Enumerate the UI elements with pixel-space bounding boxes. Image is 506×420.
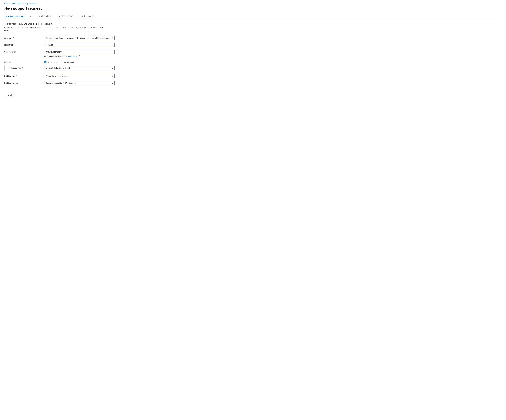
subscription-control: <Your subscription> ⌄ Can't find your su… bbox=[44, 50, 115, 57]
issue-type-select[interactable]: Technical bbox=[44, 43, 115, 47]
ellipsis-menu-button[interactable]: ... bbox=[43, 6, 48, 11]
summary-control: ✓ bbox=[44, 36, 115, 40]
subscription-required: * bbox=[15, 51, 16, 53]
all-services-option[interactable]: All services bbox=[61, 61, 74, 63]
service-control: My services All services bbox=[44, 60, 115, 63]
next-button[interactable]: Next bbox=[4, 93, 15, 97]
tab-problem-description[interactable]: 1. Problem description bbox=[4, 14, 27, 19]
breadcrumb-sep-2: › bbox=[23, 3, 24, 5]
service-label: Service bbox=[4, 60, 42, 63]
problem-type-row: Problem type * Pricing, Billing and Usag… bbox=[4, 74, 115, 78]
service-type-label: Service type * bbox=[4, 66, 42, 71]
subscription-info-icon[interactable]: i bbox=[78, 55, 80, 57]
my-services-option[interactable]: My services bbox=[44, 61, 58, 63]
service-type-required: * bbox=[22, 67, 23, 69]
service-row: Service My services All services bbox=[4, 60, 115, 63]
summary-input[interactable] bbox=[44, 36, 115, 40]
problem-subtype-select[interactable]: Discount request for MDE integration bbox=[44, 81, 115, 85]
service-type-select-wrapper: Microsoft Defender for Cloud ⌄ bbox=[44, 66, 115, 70]
subscription-select-wrapper: <Your subscription> ⌄ bbox=[44, 50, 115, 54]
problem-type-select[interactable]: Pricing, Billing and Usage bbox=[44, 74, 115, 78]
issue-type-row: Issue type * Technical ⌄ bbox=[4, 43, 115, 47]
breadcrumb-sep-3: › bbox=[37, 3, 37, 5]
service-radio-group: My services All services bbox=[44, 60, 115, 63]
show-more-link[interactable]: Show more bbox=[67, 55, 77, 57]
summary-row: Summary * ✓ bbox=[4, 36, 115, 40]
issue-type-select-wrapper: Technical ⌄ bbox=[44, 43, 115, 47]
issue-type-required: * bbox=[13, 44, 14, 46]
section-desc: Provide information about your billing, … bbox=[4, 26, 107, 32]
breadcrumb: Home › Help + support › Help + support › bbox=[4, 3, 502, 5]
service-type-select[interactable]: Microsoft Defender for Cloud bbox=[44, 66, 115, 70]
subscription-label: Subscription * bbox=[4, 50, 42, 53]
problem-type-required: * bbox=[16, 75, 17, 77]
breadcrumb-home[interactable]: Home bbox=[4, 3, 9, 5]
problem-subtype-required: * bbox=[19, 82, 20, 84]
service-type-control: Microsoft Defender for Cloud ⌄ bbox=[44, 66, 115, 70]
issue-type-label: Issue type * bbox=[4, 43, 42, 46]
problem-subtype-row: Problem subtype * Discount request for M… bbox=[4, 81, 115, 85]
problem-subtype-control: Discount request for MDE integration ⌄ bbox=[44, 81, 115, 85]
my-services-radio-icon bbox=[44, 61, 47, 63]
tab-review-create[interactable]: 4. Review + create bbox=[76, 14, 97, 19]
breadcrumb-help-support-1[interactable]: Help + support bbox=[11, 3, 22, 5]
problem-type-select-wrapper: Pricing, Billing and Usage ⌄ bbox=[44, 74, 115, 78]
summary-required: * bbox=[13, 37, 14, 39]
summary-label: Summary * bbox=[4, 36, 42, 39]
summary-input-wrapper: ✓ bbox=[44, 36, 115, 40]
breadcrumb-help-support-2[interactable]: Help + support bbox=[25, 3, 36, 5]
problem-type-control: Pricing, Billing and Usage ⌄ bbox=[44, 74, 115, 78]
tab-recommended-solution[interactable]: 2. Recommended solution bbox=[27, 14, 55, 19]
problem-subtype-label: Problem subtype * bbox=[4, 81, 42, 84]
cant-find-subscription: Can't find your subscription? Show more … bbox=[44, 55, 115, 57]
action-bar: Next bbox=[4, 93, 502, 97]
subscription-select[interactable]: <Your subscription> bbox=[44, 50, 115, 54]
problem-type-label: Problem type * bbox=[4, 74, 42, 77]
tab-additional-details[interactable]: 3. Additional details bbox=[55, 14, 76, 19]
breadcrumb-sep-1: › bbox=[10, 3, 10, 5]
issue-type-control: Technical ⌄ bbox=[44, 43, 115, 47]
form-area: Tell us your issue, and we'll help you r… bbox=[4, 23, 115, 85]
page-title-row: New support request ... bbox=[4, 6, 502, 11]
page-title: New support request bbox=[4, 6, 42, 11]
summary-checkmark-icon: ✓ bbox=[112, 37, 113, 39]
section-title: Tell us your issue, and we'll help you r… bbox=[4, 23, 115, 25]
tab-bar: 1. Problem description 2. Recommended so… bbox=[4, 14, 502, 19]
all-services-radio-icon bbox=[61, 61, 63, 63]
subscription-row: Subscription * <Your subscription> ⌄ Can… bbox=[4, 50, 115, 57]
service-type-row: Service type * Microsoft Defender for Cl… bbox=[4, 66, 115, 71]
problem-subtype-select-wrapper: Discount request for MDE integration ⌄ bbox=[44, 81, 115, 85]
